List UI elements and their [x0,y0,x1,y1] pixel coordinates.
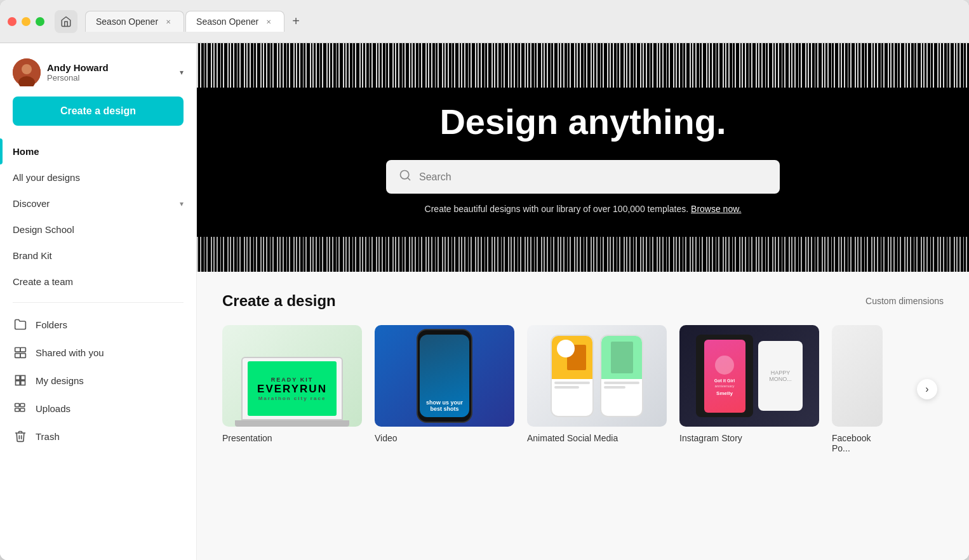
svg-rect-7 [16,376,20,380]
card-video-label: Video [375,433,514,443]
custom-dimensions-button[interactable]: Custom dimensions [865,296,944,306]
sidebar: Andy Howard Personal ▾ Create a design H… [0,43,197,560]
search-input[interactable] [419,171,767,183]
shared-icon [13,345,28,360]
svg-rect-4 [20,348,25,352]
svg-rect-8 [21,376,25,380]
folders-label: Folders [36,319,67,330]
card-social[interactable]: Animated Social Media [527,325,667,453]
card-presentation-label: Presentation [222,433,362,443]
card-facebook-label: Facebook Po... [832,433,883,453]
sidebar-item-all-designs-label: All your designs [13,172,80,183]
tab-2[interactable]: Season Opener ✕ [185,11,284,32]
trash-label: Trash [36,431,60,442]
sidebar-item-design-school[interactable]: Design School [0,217,196,243]
browse-now-link[interactable]: Browse now. [691,204,741,214]
create-section: Create a design Custom dimensions READY … [197,272,969,474]
hero-banner: Design anything. Create beautiful design… [197,43,969,272]
sidebar-item-create-team[interactable]: Create a team [0,269,196,295]
tab-add-button[interactable]: + [286,11,306,31]
profile-section[interactable]: Andy Howard Personal ▾ [0,53,196,97]
card-instagram-image: Got it Girl anniversary Smelly HAPPY MON… [679,325,819,427]
card-video-image: show us yourbest shots [375,325,514,427]
svg-rect-6 [20,354,25,358]
card-presentation-image: READY KIT EVERYRUN Marathon city race [222,325,362,427]
traffic-lights [8,17,44,26]
sidebar-item-brand-kit-label: Brand Kit [13,250,52,261]
svg-rect-11 [15,404,20,407]
svg-rect-14 [20,408,25,411]
titlebar: Season Opener ✕ Season Opener ✕ + [0,0,969,43]
tab-2-label: Season Opener [196,17,258,27]
uploads-label: Uploads [36,403,70,414]
sidebar-item-my-designs[interactable]: My designs [0,366,196,394]
svg-rect-12 [20,404,25,407]
sidebar-divider [13,302,184,303]
svg-point-1 [22,64,32,74]
sidebar-item-discover-label: Discover [13,198,50,209]
main-content: Design anything. Create beautiful design… [197,43,969,560]
home-button[interactable] [55,10,77,33]
uploads-icon [13,401,28,416]
close-button[interactable] [8,17,17,26]
design-type-cards: READY KIT EVERYRUN Marathon city race Pr… [222,325,944,453]
sidebar-item-brand-kit[interactable]: Brand Kit [0,243,196,269]
sidebar-item-home-label: Home [13,146,39,157]
designs-icon [13,373,28,388]
sidebar-item-folders[interactable]: Folders [0,310,196,338]
hero-subtitle: Create beautiful designs with our librar… [386,204,780,214]
tab-1[interactable]: Season Opener ✕ [85,11,184,32]
section-title: Create a design [222,292,336,310]
svg-rect-5 [15,354,20,358]
hero-title: Design anything. [386,101,780,142]
shared-label: Shared with you [36,347,104,358]
avatar [13,58,41,86]
tab-1-label: Season Opener [96,17,158,27]
trash-icon [13,429,28,444]
my-designs-label: My designs [36,375,84,386]
create-design-button[interactable]: Create a design [13,97,184,126]
cards-wrapper: READY KIT EVERYRUN Marathon city race Pr… [222,325,944,453]
svg-rect-3 [15,348,20,352]
tabs-bar: Season Opener ✕ Season Opener ✕ + [85,11,306,32]
cards-next-button[interactable]: › [917,379,937,399]
svg-rect-13 [15,408,20,411]
sidebar-item-discover[interactable]: Discover ▾ [0,190,196,217]
barcode-bottom [197,237,969,272]
sidebar-item-shared[interactable]: Shared with you [0,338,196,366]
discover-chevron-icon: ▾ [180,199,184,208]
sidebar-item-home[interactable]: Home [0,138,196,164]
tab-add-icon: + [292,14,300,29]
card-video[interactable]: show us yourbest shots Video [375,325,514,453]
sidebar-item-trash[interactable]: Trash [0,422,196,450]
card-instagram[interactable]: Got it Girl anniversary Smelly HAPPY MON… [679,325,819,453]
profile-type: Personal [47,73,173,83]
section-header: Create a design Custom dimensions [222,292,944,310]
hero-content: Design anything. Create beautiful design… [361,76,805,239]
svg-line-16 [408,178,410,180]
tab-2-close[interactable]: ✕ [264,17,274,27]
main-layout: Andy Howard Personal ▾ Create a design H… [0,43,969,560]
profile-chevron-icon: ▾ [180,68,184,77]
maximize-button[interactable] [36,17,44,26]
card-facebook-image [832,325,883,427]
card-social-image [527,325,667,427]
svg-rect-10 [21,381,25,385]
folder-icon [13,317,28,332]
search-box [386,160,780,194]
card-instagram-label: Instagram Story [679,433,819,443]
sidebar-item-design-school-label: Design School [13,224,74,235]
sidebar-item-create-team-label: Create a team [13,276,73,287]
minimize-button[interactable] [22,17,30,26]
search-icon [399,169,411,185]
profile-name: Andy Howard [47,62,173,73]
tab-1-close[interactable]: ✕ [163,17,173,27]
sidebar-item-all-designs[interactable]: All your designs [0,164,196,190]
profile-info: Andy Howard Personal [47,62,173,83]
svg-rect-9 [16,381,20,385]
card-facebook[interactable]: Facebook Po... [832,325,883,453]
card-presentation[interactable]: READY KIT EVERYRUN Marathon city race Pr… [222,325,362,453]
sidebar-item-uploads[interactable]: Uploads [0,394,196,422]
card-social-label: Animated Social Media [527,433,667,443]
app-window: Season Opener ✕ Season Opener ✕ + [0,0,969,560]
